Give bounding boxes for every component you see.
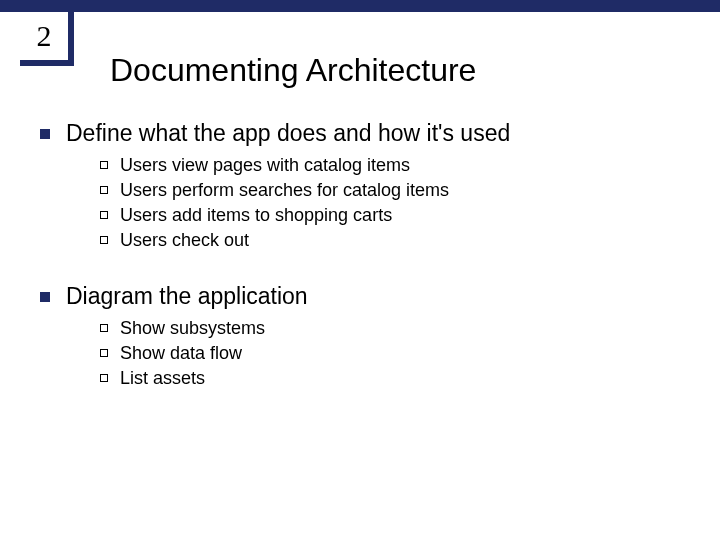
sub-item-text: Users view pages with catalog items <box>120 155 410 176</box>
list-item: Users view pages with catalog items <box>100 155 680 176</box>
list-item: Define what the app does and how it's us… <box>40 120 680 147</box>
sub-item-text: Users check out <box>120 230 249 251</box>
list-item: Users perform searches for catalog items <box>100 180 680 201</box>
page-number-box: 2 <box>20 12 68 60</box>
list-item: Diagram the application <box>40 283 680 310</box>
hollow-square-bullet-icon <box>100 324 108 332</box>
sub-item-text: List assets <box>120 368 205 389</box>
list-item: List assets <box>100 368 680 389</box>
hollow-square-bullet-icon <box>100 211 108 219</box>
header-bar <box>0 0 720 12</box>
slide-content: Define what the app does and how it's us… <box>40 120 680 389</box>
sub-item-text: Users perform searches for catalog items <box>120 180 449 201</box>
hollow-square-bullet-icon <box>100 186 108 194</box>
list-item: Show subsystems <box>100 318 680 339</box>
list-item: Show data flow <box>100 343 680 364</box>
section-heading: Diagram the application <box>66 283 308 310</box>
list-item: Users check out <box>100 230 680 251</box>
sub-item-text: Show subsystems <box>120 318 265 339</box>
hollow-square-bullet-icon <box>100 236 108 244</box>
section-heading: Define what the app does and how it's us… <box>66 120 510 147</box>
slide-title: Documenting Architecture <box>110 52 476 89</box>
list-item: Users add items to shopping carts <box>100 205 680 226</box>
hollow-square-bullet-icon <box>100 374 108 382</box>
page-number: 2 <box>37 19 52 53</box>
square-bullet-icon <box>40 292 50 302</box>
slide: 2 Documenting Architecture Define what t… <box>0 0 720 540</box>
square-bullet-icon <box>40 129 50 139</box>
sub-item-text: Users add items to shopping carts <box>120 205 392 226</box>
hollow-square-bullet-icon <box>100 349 108 357</box>
sub-item-text: Show data flow <box>120 343 242 364</box>
hollow-square-bullet-icon <box>100 161 108 169</box>
